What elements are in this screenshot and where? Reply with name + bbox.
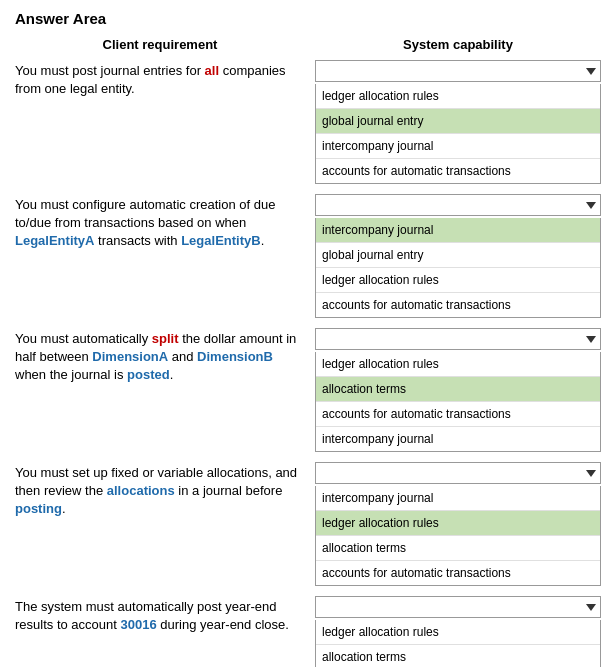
dropdown-toggle[interactable] (315, 596, 601, 618)
option-item[interactable]: global journal entry (316, 243, 600, 268)
client-text: You must set up fixed or variable alloca… (15, 462, 305, 519)
option-item[interactable]: intercompany journal (316, 486, 600, 511)
chevron-down-icon (586, 604, 596, 611)
client-text: You must post journal entries for all co… (15, 60, 305, 98)
option-item[interactable]: ledger allocation rules (316, 84, 600, 109)
client-header: Client requirement (15, 37, 305, 52)
dropdown-block: ledger allocation rulesallocation termsa… (315, 328, 601, 452)
dropdown-block: intercompany journalledger allocation ru… (315, 462, 601, 586)
option-item[interactable]: accounts for automatic transactions (316, 159, 600, 183)
dropdown-toggle[interactable] (315, 462, 601, 484)
answer-area-title: Answer Area (15, 10, 601, 27)
client-text: You must automatically split the dollar … (15, 328, 305, 385)
option-item[interactable]: accounts for automatic transactions (316, 402, 600, 427)
dropdown-options: ledger allocation rulesallocation termsa… (315, 352, 601, 452)
dropdown-block: ledger allocation rulesglobal journal en… (315, 60, 601, 184)
option-item[interactable]: intercompany journal (316, 427, 600, 451)
system-header: System capability (315, 37, 601, 52)
option-item[interactable]: ledger allocation rules (316, 268, 600, 293)
row-pair: You must post journal entries for all co… (15, 60, 601, 184)
dropdown-block: ledger allocation rulesallocation termsa… (315, 596, 601, 667)
option-item[interactable]: allocation terms (316, 377, 600, 402)
client-text: You must configure automatic creation of… (15, 194, 305, 251)
client-text: The system must automatically post year-… (15, 596, 305, 634)
option-item[interactable]: intercompany journal (316, 218, 600, 243)
dropdown-toggle[interactable] (315, 194, 601, 216)
option-item[interactable]: accounts for automatic transactions (316, 561, 600, 585)
row-pair: The system must automatically post year-… (15, 596, 601, 667)
chevron-down-icon (586, 470, 596, 477)
option-item[interactable]: allocation terms (316, 536, 600, 561)
option-item[interactable]: ledger allocation rules (316, 620, 600, 645)
option-item[interactable]: global journal entry (316, 109, 600, 134)
option-item[interactable]: intercompany journal (316, 134, 600, 159)
dropdown-block: intercompany journalglobal journal entry… (315, 194, 601, 318)
dropdown-options: intercompany journalglobal journal entry… (315, 218, 601, 318)
row-pair: You must configure automatic creation of… (15, 194, 601, 318)
dropdown-toggle[interactable] (315, 328, 601, 350)
dropdown-options: ledger allocation rulesglobal journal en… (315, 84, 601, 184)
dropdown-toggle[interactable] (315, 60, 601, 82)
row-pair: You must automatically split the dollar … (15, 328, 601, 452)
chevron-down-icon (586, 202, 596, 209)
option-item[interactable]: ledger allocation rules (316, 352, 600, 377)
option-item[interactable]: allocation terms (316, 645, 600, 667)
row-pair: You must set up fixed or variable alloca… (15, 462, 601, 586)
option-item[interactable]: accounts for automatic transactions (316, 293, 600, 317)
chevron-down-icon (586, 336, 596, 343)
option-item[interactable]: ledger allocation rules (316, 511, 600, 536)
dropdown-options: ledger allocation rulesallocation termsa… (315, 620, 601, 667)
chevron-down-icon (586, 68, 596, 75)
dropdown-options: intercompany journalledger allocation ru… (315, 486, 601, 586)
